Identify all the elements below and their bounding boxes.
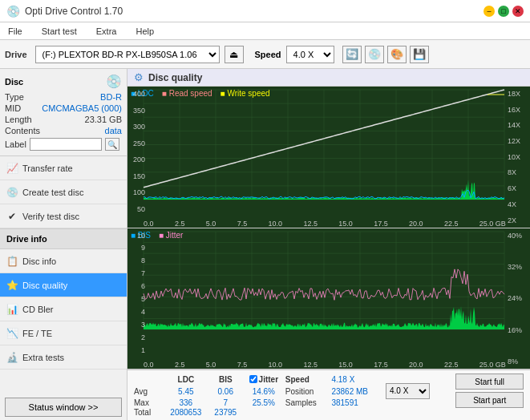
avg-label: Avg	[134, 386, 163, 398]
bis-total: 23795	[209, 408, 242, 417]
quality-title: Disc quality	[148, 72, 202, 83]
read-legend: ■ Read speed	[162, 89, 212, 98]
disc-length-key: Length	[5, 115, 32, 124]
cd-bler-icon: 📊	[6, 304, 18, 315]
nav-transfer-rate[interactable]: 📈 Transfer rate	[0, 156, 127, 180]
disc-icon: 💿	[106, 74, 122, 89]
create-test-disc-icon: 💿	[6, 187, 18, 198]
nav-disc-info-label: Disc info	[22, 256, 56, 266]
disc-info-button[interactable]: 💿	[365, 46, 384, 63]
disc-mid-val: CMCMAGBA5 (000)	[42, 103, 122, 113]
quality-header: ⚙ Disc quality	[127, 69, 530, 87]
disc-length-val: 23.31 GB	[85, 115, 122, 124]
drive-info-label: Drive info	[6, 234, 47, 244]
nav-fe-te-label: FE / TE	[22, 329, 52, 338]
nav-verify-test-disc[interactable]: ✔ Verify test disc	[0, 204, 127, 228]
speed-val: 4.18 X	[331, 374, 386, 386]
drive-icon-group: 🔄 💿 🎨 💾	[342, 46, 429, 63]
disc-label-input[interactable]	[30, 138, 102, 151]
bis-avg: 0.06	[209, 386, 242, 398]
jitter-col-header: Jitter	[242, 374, 285, 386]
nav-disc-info[interactable]: 📋 Disc info	[0, 249, 127, 273]
close-button[interactable]: ✕	[512, 6, 524, 17]
disc-mid-key: MID	[5, 103, 21, 113]
bis-chart: ■ BIS ■ Jitter 40%32%24%16%8% 0.02.55.07…	[127, 228, 530, 370]
ldc-col-header: LDC	[163, 374, 209, 386]
save-button[interactable]: 💾	[410, 46, 429, 63]
ldc-avg: 5.45	[163, 386, 209, 398]
menu-starttest[interactable]: Start test	[37, 25, 82, 38]
transfer-rate-icon: 📈	[6, 163, 18, 174]
samples-val: 381591	[331, 397, 386, 408]
nav-extra-tests[interactable]: 🔬 Extra tests	[0, 345, 127, 370]
quality-header-icon: ⚙	[134, 71, 144, 83]
disc-type-key: Type	[5, 92, 24, 102]
disc-label-row: Label 🔍	[5, 138, 122, 151]
chart1-y-right: 18X16X14X12X10X8X6X4X2X	[506, 87, 530, 228]
jitter-checkbox[interactable]	[249, 375, 257, 383]
stats-area: LDC BIS Jitter Speed 4.18 X 4.0 X	[127, 370, 530, 420]
start-full-button[interactable]: Start full	[455, 374, 524, 390]
stats-table: LDC BIS Jitter Speed 4.18 X 4.0 X	[134, 374, 524, 417]
settings-button[interactable]: 🎨	[387, 46, 407, 63]
nav-create-test-disc[interactable]: 💿 Create test disc	[0, 180, 127, 204]
position-val: 23862 MB	[331, 386, 386, 398]
total-label: Total	[134, 408, 163, 417]
chart2-x-axis: 0.02.55.07.510.012.515.017.520.022.525.0…	[144, 361, 506, 369]
status-window-button[interactable]: Status window >>	[5, 398, 122, 417]
ldc-total: 2080653	[163, 408, 209, 417]
menubar: File Start test Extra Help	[0, 22, 530, 40]
speed-select[interactable]: 4.0 X	[286, 46, 334, 63]
charts-area: ■ LDC ■ Read speed ■ Write speed 18X16X1…	[127, 87, 530, 370]
max-label: Max	[134, 397, 163, 408]
nav-disc-quality-label: Disc quality	[22, 281, 67, 290]
disc-mid-row: MID CMCMAGBA5 (000)	[5, 103, 122, 113]
app-icon: 💿	[6, 5, 20, 18]
start-part-button[interactable]: Start part	[455, 392, 524, 408]
position-label: Position	[285, 386, 332, 398]
titlebar-left: 💿 Opti Drive Control 1.70	[6, 5, 123, 18]
disc-label-key: Label	[5, 139, 26, 149]
nav-verify-test-disc-label: Verify test disc	[22, 212, 79, 221]
nav-disc-quality[interactable]: ⭐ Disc quality	[0, 273, 127, 297]
jitter-avg: 14.6%	[242, 386, 285, 398]
label-edit-button[interactable]: 🔍	[105, 138, 119, 151]
jitter-legend: ■ Jitter	[159, 231, 184, 240]
speed-label: Speed	[255, 50, 281, 59]
nav-transfer-rate-label: Transfer rate	[22, 164, 73, 173]
titlebar: 💿 Opti Drive Control 1.70 – □ ✕	[0, 0, 530, 22]
maximize-button[interactable]: □	[498, 6, 509, 17]
ldc-max: 336	[163, 397, 209, 408]
minimize-button[interactable]: –	[483, 6, 495, 17]
fe-te-icon: 📉	[6, 328, 18, 339]
nav-cd-bler[interactable]: 📊 CD Bler	[0, 297, 127, 321]
chart1-x-axis: 0.02.55.07.510.012.515.017.520.022.525.0…	[144, 220, 506, 228]
nav-cd-bler-label: CD Bler	[22, 305, 54, 314]
bis-col-header: BIS	[209, 374, 242, 386]
disc-header: Disc 💿	[5, 74, 122, 89]
app-title: Opti Drive Control 1.70	[25, 6, 123, 17]
bis-max: 7	[209, 397, 242, 408]
ldc-chart: ■ LDC ■ Read speed ■ Write speed 18X16X1…	[127, 87, 530, 228]
chart1-y-left: 40035030025020015010050	[127, 87, 145, 216]
menu-help[interactable]: Help	[131, 25, 159, 38]
window-controls: – □ ✕	[483, 6, 524, 17]
menu-file[interactable]: File	[3, 25, 27, 38]
speed-col-header: Speed	[285, 374, 332, 386]
nav-create-test-disc-label: Create test disc	[22, 188, 83, 197]
drive-select[interactable]: (F:) PLEXTOR BD-R PX-LB950SA 1.06	[35, 46, 220, 63]
sidebar: Disc 💿 Type BD-R MID CMCMAGBA5 (000) Len…	[0, 69, 127, 420]
speed-select-stats[interactable]: 4.0 X	[386, 383, 430, 399]
menu-extra[interactable]: Extra	[91, 25, 122, 38]
disc-contents-row: Contents data	[5, 126, 122, 135]
chart2-y-left: 10987654321	[127, 228, 145, 358]
drivebar: Drive (F:) PLEXTOR BD-R PX-LB950SA 1.06 …	[0, 40, 530, 69]
eject-button[interactable]: ⏏	[225, 46, 244, 63]
refresh-button[interactable]: 🔄	[342, 46, 362, 63]
jitter-max: 25.5%	[242, 397, 285, 408]
extra-tests-icon: 🔬	[6, 352, 18, 363]
disc-length-row: Length 23.31 GB	[5, 115, 122, 124]
drive-label: Drive	[5, 50, 27, 59]
write-legend: ■ Write speed	[220, 89, 270, 98]
nav-fe-te[interactable]: 📉 FE / TE	[0, 321, 127, 345]
